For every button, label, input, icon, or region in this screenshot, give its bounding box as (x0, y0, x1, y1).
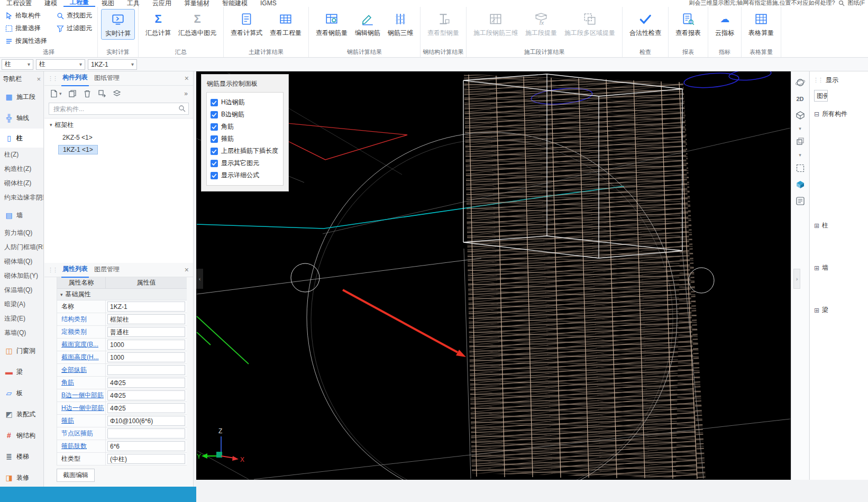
checkbox-h-side-rebar[interactable]: H边钢筋 (211, 96, 279, 108)
tab-cloud-apps[interactable]: 云应用 (146, 0, 178, 7)
value-cell[interactable]: 6*6 (107, 441, 185, 451)
sidebar-item-shear-wall-q[interactable]: 剪力墙(Q) (0, 226, 43, 240)
tab-smart-modeling[interactable]: 智能建模 (216, 0, 254, 7)
tab-property-list[interactable]: 属性列表 (61, 263, 89, 278)
tree-item-wall[interactable]: ⊞ 墙 (814, 263, 828, 272)
sidebar-item-masonry-column-z[interactable]: 砌体柱(Z) (0, 176, 43, 190)
collapse-right-panel-handle[interactable]: › (793, 269, 800, 289)
search-icon[interactable] (838, 0, 845, 6)
drag-handle-icon[interactable]: ⋮⋮ (48, 267, 57, 273)
find-element-button[interactable]: 查找图元 (54, 10, 94, 21)
sidebar-item-stairs[interactable]: ≣楼梯 (0, 446, 43, 467)
tab-modeling[interactable]: 建模 (38, 0, 63, 7)
drag-handle-icon[interactable]: ⋮⋮ (48, 75, 57, 82)
value-cell[interactable]: 1000 (107, 340, 185, 350)
expand-plus-icon[interactable]: ⊞ (814, 222, 819, 230)
sidebar-item-construction-segment[interactable]: ▦施工段 (0, 86, 43, 107)
rebar-3d-button[interactable]: 钢筋三维 (384, 9, 417, 39)
checkbox-show-other-elements[interactable]: 显示其它图元 (211, 157, 279, 169)
tab-layer-management[interactable]: 图层管理 (93, 263, 121, 277)
3d-viewport[interactable]: Z Y X 钢筋显示控制面板 H边钢筋 B边钢筋 (196, 71, 791, 480)
sidebar-item-beam[interactable]: ▬梁 (0, 361, 43, 382)
tab-quantity-aux[interactable]: 算量辅材 (178, 0, 216, 7)
search-icon[interactable] (178, 105, 186, 112)
sidebar-item-wall[interactable]: ▤墙 (0, 205, 43, 226)
batch-select-button[interactable]: 批量选择 (3, 23, 49, 34)
tree-item-column[interactable]: ⊞ 柱 (814, 221, 828, 230)
table-calc-button[interactable]: 表格算量 (745, 9, 778, 39)
component-name-select[interactable]: 1KZ-1 ▾ (88, 59, 137, 70)
new-component-button[interactable]: ▾ (50, 89, 62, 98)
legend-button[interactable]: 图例 (814, 90, 828, 102)
sidebar-item-coupling-beam-e[interactable]: 连梁(E) (0, 312, 43, 326)
tree-item-2kz5[interactable]: 2KZ-5 <1> (44, 131, 193, 143)
cloud-index-button[interactable]: ☁ 云指标 (711, 9, 738, 39)
checkbox-show-detailed-formula[interactable]: 显示详细公式 (211, 169, 279, 181)
segment-quantity-button[interactable]: fx 施工段提量 (522, 9, 561, 39)
sidebar-item-axis[interactable]: ╬轴线 (0, 107, 43, 129)
sidebar-item-slab[interactable]: ▱板 (0, 382, 43, 404)
sidebar-item-structural-column-z[interactable]: 构造柱(Z) (0, 162, 43, 176)
close-icon[interactable]: × (36, 75, 41, 83)
value-cell[interactable]: 1000 (107, 352, 185, 362)
expand-plus-icon[interactable]: ⊞ (814, 307, 819, 314)
close-icon[interactable]: × (185, 266, 189, 274)
expand-plus-icon[interactable]: ⊞ (814, 264, 819, 272)
sidebar-item-column[interactable]: ▯柱 (0, 129, 43, 148)
value-cell[interactable]: 1KZ-1 (107, 302, 185, 312)
realtime-calc-button[interactable]: 实时计算 (101, 9, 135, 40)
view-report-button[interactable]: 查看报表 (672, 9, 705, 39)
wireframe-cube-icon[interactable] (794, 136, 806, 148)
drawing-fragment-label[interactable]: 图纸(F (848, 0, 865, 7)
interfloor-copy-icon[interactable] (113, 89, 121, 98)
tab-tools[interactable]: 工具 (121, 0, 146, 7)
sidebar-item-decoration[interactable]: ◨装修 (0, 467, 43, 487)
summary-selected-button[interactable]: Σ 汇总选中图元 (175, 9, 220, 39)
pick-component-button[interactable]: 拾取构件 (3, 10, 49, 21)
sidebar-item-masonry-reinforcement-y[interactable]: 砌体加筋(Y) (0, 269, 43, 283)
tab-component-list[interactable]: 构件列表 (61, 71, 89, 86)
select-by-property-button[interactable]: 按属性选择 (3, 35, 49, 47)
value-cell[interactable] (107, 428, 185, 439)
sidebar-item-constrained-edge[interactable]: 约束边缘非阴影... (0, 190, 43, 205)
tab-igms[interactable]: IGMS (254, 0, 283, 7)
tree-item-all-components[interactable]: ⊟ 所有构件 (814, 109, 847, 118)
value-cell[interactable]: 4Φ25 (107, 390, 185, 400)
tree-item-1kz1[interactable]: 1KZ-1 <1> (44, 143, 193, 156)
sidebar-item-masonry-wall-q[interactable]: 砌体墙(Q) (0, 254, 43, 269)
segment-multi-area-button[interactable]: 施工段多区域提量 (561, 9, 619, 39)
view-2d-icon[interactable]: 2D (794, 93, 806, 105)
search-input[interactable] (49, 103, 189, 115)
edit-rebar-button[interactable]: 编辑钢筋 (351, 9, 384, 39)
tab-view[interactable]: 视图 (95, 0, 121, 7)
display-settings-icon[interactable] (794, 179, 806, 190)
tree-group-frame-column[interactable]: ▾ 框架柱 (44, 118, 193, 131)
value-cell[interactable]: 普通柱 (107, 327, 185, 337)
tree-collapse-icon[interactable]: ▾ (50, 122, 52, 127)
value-cell[interactable]: 框架柱 (107, 314, 185, 324)
checkbox-corner-bars[interactable]: 角筋 (211, 121, 279, 133)
view-quantity-button[interactable]: 查看工程量 (266, 9, 305, 39)
tab-project-settings[interactable]: 工程设置 (0, 0, 38, 7)
view-steel-quantity-button[interactable]: 查看型钢量 (424, 9, 463, 39)
summary-calc-button[interactable]: Σ 汇总计算 (142, 9, 175, 39)
tree-item-beam[interactable]: ⊞ 梁 (814, 306, 828, 315)
filter-element-button[interactable]: 过滤图元 (54, 23, 94, 34)
help-hint-text[interactable]: 则会三维显示图元;轴网有指定措施,位置不对应如何处理? (689, 0, 835, 7)
checkbox-b-side-rebar[interactable]: B边钢筋 (211, 108, 279, 121)
drag-handle-icon[interactable]: ⋮⋮ (813, 77, 823, 84)
entity-info-icon[interactable] (794, 195, 806, 207)
region-select-icon[interactable] (794, 162, 806, 174)
sidebar-item-steel-structure[interactable]: #钢结构 (0, 425, 43, 446)
copy-icon[interactable] (68, 89, 77, 98)
checkbox-upper-column-dowel[interactable]: 上层柱插筋下插长度 (211, 145, 279, 157)
sidebar-item-insulation-wall-q[interactable]: 保温墙(Q) (0, 283, 43, 297)
value-cell[interactable]: 4Φ25 (107, 403, 185, 413)
major-category-select[interactable]: 柱 ▾ (2, 59, 33, 70)
orbit-icon[interactable] (794, 77, 806, 88)
legality-check-button[interactable]: 合法性检查 (626, 9, 665, 39)
copy-to-floor-icon[interactable] (98, 89, 106, 98)
tab-quantities[interactable]: 工程量 (63, 0, 95, 7)
sidebar-item-hidden-beam-a[interactable]: 暗梁(A) (0, 297, 43, 312)
chevron-down-icon[interactable]: ▾ (794, 152, 806, 158)
